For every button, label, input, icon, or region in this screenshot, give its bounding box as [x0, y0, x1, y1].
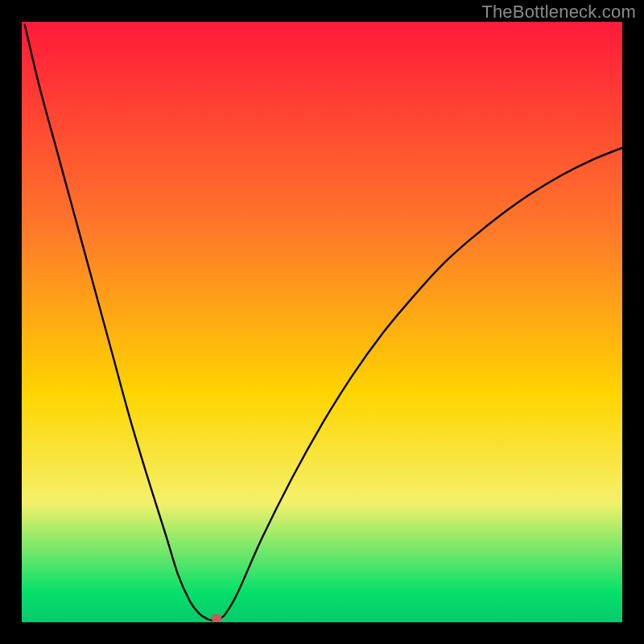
chart-frame: TheBottleneck.com — [0, 0, 644, 644]
bottleneck-chart — [22, 22, 622, 622]
chart-background — [22, 22, 622, 622]
optimal-point-marker — [212, 614, 222, 622]
watermark-text: TheBottleneck.com — [481, 2, 636, 23]
